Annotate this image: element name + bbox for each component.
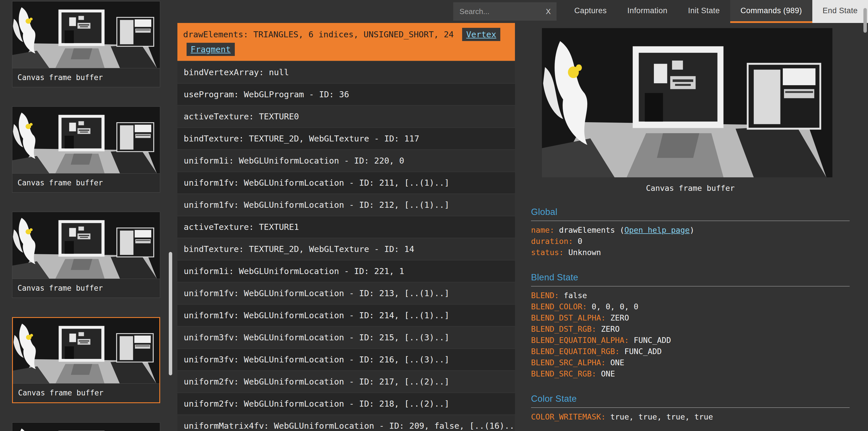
capture-thumbnail-image [12, 212, 160, 279]
property-name: COLOR_WRITEMASK: [531, 412, 606, 421]
capture-card[interactable]: Canvas frame buffer [12, 212, 160, 298]
property-row: BLEND_COLOR: 0, 0, 0, 0 [531, 301, 849, 312]
property-row: BLEND_DST_RGB: ZERO [531, 324, 849, 335]
framebuffer-preview-image [542, 28, 832, 177]
command-row[interactable]: uniform2fv: WebGLUniformLocation - ID: 2… [177, 371, 515, 392]
command-row[interactable]: uniform1fv: WebGLUniformLocation - ID: 2… [177, 172, 515, 193]
capture-thumbnail-image [13, 318, 159, 383]
command-row[interactable]: uniform1fv: WebGLUniformLocation - ID: 2… [177, 194, 515, 216]
command-text: uniform1fv: WebGLUniformLocation - ID: 2… [184, 288, 449, 298]
command-text: activeTexture: TEXTURE1 [184, 222, 299, 232]
capture-thumbnail-image [12, 107, 160, 173]
capture-caption: Canvas frame buffer [12, 279, 160, 298]
property-value: FUNC_ADD [624, 347, 662, 356]
capture-caption: Canvas frame buffer [12, 68, 160, 87]
section-title: Blend State [531, 272, 849, 286]
property-value: drawElements [559, 225, 615, 235]
tab-end-state[interactable]: End State [812, 0, 868, 23]
command-list: drawElements: TRIANGLES, 6 indices, UNSI… [177, 23, 515, 431]
captures-list: Canvas frame buffer Canvas frame buffer … [12, 1, 160, 431]
command-text: uniform1i: WebGLUniformLocation - ID: 22… [184, 266, 404, 276]
property-value: ONE [601, 369, 615, 378]
property-row: BLEND_DST_ALPHA: ZERO [531, 312, 849, 324]
capture-card[interactable]: Canvas frame buffer [12, 317, 160, 403]
property-name: BLEND: [531, 291, 559, 300]
command-text: useProgram: WebGLProgram - ID: 36 [184, 90, 349, 99]
detail-panel: Canvas frame buffer Global name: drawEle… [531, 23, 849, 431]
command-row[interactable]: uniform1fv: WebGLUniformLocation - ID: 2… [177, 283, 515, 304]
property-name: BLEND_DST_ALPHA: [531, 313, 606, 322]
command-rows: bindVertexArray: nulluseProgram: WebGLPr… [177, 62, 515, 431]
command-row[interactable]: uniform1fv: WebGLUniformLocation - ID: 2… [177, 305, 515, 326]
sidebar-scrollbar[interactable] [169, 252, 172, 375]
command-text: uniform3fv: WebGLUniformLocation - ID: 2… [184, 355, 449, 364]
section-rows: COLOR_WRITEMASK: true, true, true, true [531, 411, 849, 422]
command-text: uniform2fv: WebGLUniformLocation - ID: 2… [184, 377, 449, 387]
property-name: BLEND_EQUATION_RGB: [531, 347, 620, 356]
property-name: BLEND_EQUATION_ALPHA: [531, 336, 629, 345]
command-row[interactable]: uniform2fv: WebGLUniformLocation - ID: 2… [177, 393, 515, 414]
command-text: uniform2fv: WebGLUniformLocation - ID: 2… [184, 399, 449, 409]
command-row[interactable]: uniform3fv: WebGLUniformLocation - ID: 2… [177, 349, 515, 370]
open-help-link[interactable]: Open help page [624, 225, 690, 235]
command-text: bindTexture: TEXTURE_2D, WebGLTexture - … [184, 244, 414, 254]
section-title: Color State [531, 394, 849, 408]
command-text: activeTexture: TEXTURE0 [184, 112, 299, 121]
active-command-row[interactable]: drawElements: TRIANGLES, 6 indices, UNSI… [177, 23, 515, 61]
preview-caption: Canvas frame buffer [531, 184, 849, 192]
page-scrollbar[interactable] [863, 8, 867, 33]
property-value: false [564, 291, 587, 300]
search-input[interactable] [453, 7, 540, 16]
property-name: name: [531, 225, 554, 235]
property-row: status: Unknown [531, 247, 849, 258]
section-global: Global name: drawElementsOpen help paged… [531, 207, 849, 258]
command-row[interactable]: uniform1i: WebGLUniformLocation - ID: 22… [177, 150, 515, 171]
search-box: X [453, 2, 557, 21]
property-value: Unknown [568, 248, 601, 257]
command-row[interactable]: bindTexture: TEXTURE_2D, WebGLTexture - … [177, 128, 515, 149]
command-row[interactable]: bindTexture: TEXTURE_2D, WebGLTexture - … [177, 239, 515, 260]
command-row[interactable]: activeTexture: TEXTURE0 [177, 106, 515, 127]
vertex-shader-link[interactable]: Vertex [462, 28, 500, 41]
property-row: COLOR_WRITEMASK: true, true, true, true [531, 411, 849, 422]
capture-card[interactable]: Canvas frame buffer [12, 106, 160, 192]
command-row[interactable]: activeTexture: TEXTURE1 [177, 216, 515, 238]
command-row[interactable]: uniform3fv: WebGLUniformLocation - ID: 2… [177, 327, 515, 348]
property-name: BLEND_SRC_ALPHA: [531, 358, 606, 367]
topbar: X CapturesInformationInit StateCommands … [0, 0, 868, 23]
property-value: FUNC_ADD [634, 336, 671, 345]
capture-caption: Canvas frame buffer [13, 383, 159, 402]
tab-init-state[interactable]: Init State [678, 0, 730, 23]
property-row: BLEND_SRC_RGB: ONE [531, 368, 849, 379]
capture-caption: Canvas frame buffer [12, 173, 160, 192]
clear-search-button[interactable]: X [540, 7, 556, 16]
property-row: name: drawElementsOpen help page [531, 224, 849, 236]
tab-commands-989[interactable]: Commands (989) [730, 0, 812, 23]
command-row[interactable]: bindVertexArray: null [177, 62, 515, 83]
command-row[interactable]: uniform1i: WebGLUniformLocation - ID: 22… [177, 260, 515, 282]
command-row[interactable]: useProgram: WebGLProgram - ID: 36 [177, 84, 515, 105]
property-row: BLEND_EQUATION_ALPHA: FUNC_ADD [531, 335, 849, 346]
property-value: 0 [578, 237, 582, 246]
section-rows: name: drawElementsOpen help pageduration… [531, 224, 849, 258]
command-text: uniform1fv: WebGLUniformLocation - ID: 2… [184, 200, 449, 210]
section-color-state: Color State COLOR_WRITEMASK: true, true,… [531, 394, 849, 422]
tab-bar: CapturesInformationInit StateCommands (9… [564, 0, 868, 23]
tab-captures[interactable]: Captures [564, 0, 617, 23]
property-row: BLEND_EQUATION_RGB: FUNC_ADD [531, 346, 849, 357]
property-row: duration: 0 [531, 236, 849, 247]
property-value: true, true, true, true [610, 412, 713, 421]
capture-card[interactable]: Canvas frame buffer [12, 422, 160, 431]
section-rows: BLEND: falseBLEND_COLOR: 0, 0, 0, 0BLEND… [531, 290, 849, 379]
fragment-shader-link[interactable]: Fragment [187, 43, 235, 56]
property-value: 0, 0, 0, 0 [592, 302, 639, 311]
command-text: uniform1fv: WebGLUniformLocation - ID: 2… [184, 178, 449, 188]
property-value: ZERO [601, 325, 620, 333]
property-value: ZERO [610, 313, 629, 322]
tab-information[interactable]: Information [617, 0, 678, 23]
property-name: status: [531, 248, 564, 257]
section-blend-state: Blend State BLEND: falseBLEND_COLOR: 0, … [531, 272, 849, 379]
command-text: uniform1i: WebGLUniformLocation - ID: 22… [184, 156, 404, 165]
section-title: Global [531, 207, 849, 221]
command-row[interactable]: uniformMatrix4fv: WebGLUniformLocation -… [177, 415, 515, 431]
